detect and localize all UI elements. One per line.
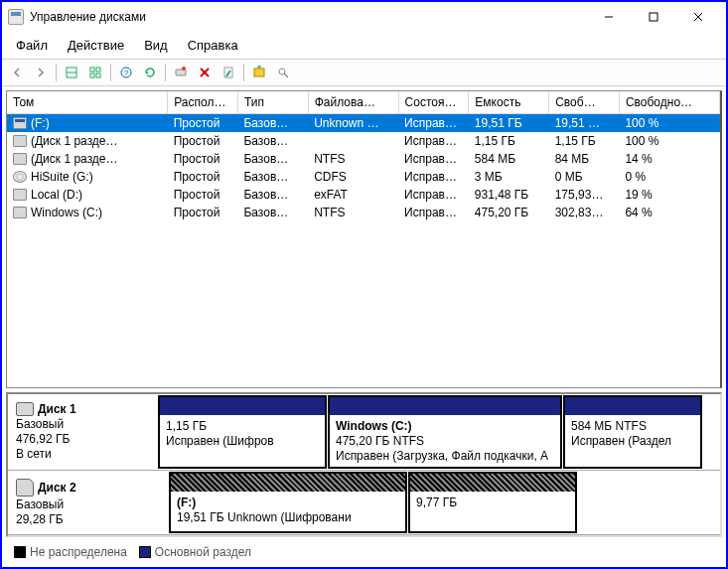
volume-free: 0 МБ	[549, 168, 620, 186]
volume-type: Базов…	[237, 150, 308, 168]
menu-action[interactable]: Действие	[62, 36, 130, 55]
partition-line2: 1,15 ГБ	[166, 419, 319, 433]
legend-unallocated: Не распределена	[14, 545, 127, 559]
properties-button[interactable]	[218, 62, 239, 83]
svg-rect-7	[96, 68, 100, 71]
help-button[interactable]: ?	[115, 62, 137, 83]
partition-bar	[565, 397, 700, 415]
volume-state: Исправ…	[398, 186, 469, 204]
menu-view[interactable]: Вид	[138, 36, 174, 55]
col-freepct[interactable]: Свободно…	[619, 91, 719, 114]
svg-rect-6	[90, 68, 94, 71]
col-volume[interactable]: Том	[7, 91, 168, 114]
volume-fs: NTFS	[308, 150, 398, 168]
delete-button[interactable]	[194, 62, 216, 83]
volume-state: Исправ…	[398, 168, 469, 186]
volume-state: Исправ…	[398, 204, 469, 221]
volume-free: 302,83…	[549, 204, 620, 221]
maximize-button[interactable]	[631, 3, 675, 31]
toolbar-separator	[165, 64, 166, 81]
partition[interactable]: 1,15 ГБИсправен (Шифров	[158, 395, 327, 469]
partition-line2: 19,51 ГБ Unknown (Шифровани	[177, 510, 399, 524]
toolbar-separator	[56, 64, 57, 81]
unallocated-space[interactable]	[158, 472, 168, 533]
volume-type: Базов…	[237, 168, 308, 186]
partition-bar	[171, 474, 405, 492]
partition-title: (F:)	[177, 496, 399, 509]
volume-pct: 14 %	[619, 150, 719, 168]
legend-primary: Основной раздел	[139, 545, 251, 559]
disk-row: Диск 1Базовый476,92 ГБВ сети1,15 ГБИспра…	[8, 394, 720, 471]
toolbar-separator	[243, 64, 244, 81]
col-state[interactable]: Состоя…	[398, 91, 469, 114]
partition[interactable]: (F:)19,51 ГБ Unknown (Шифровани	[169, 472, 407, 533]
window-controls	[586, 3, 720, 31]
volume-free: 84 МБ	[549, 150, 620, 168]
volume-capacity: 475,20 ГБ	[469, 204, 549, 221]
partition-title: Windows (C:)	[336, 419, 554, 433]
partition[interactable]: 584 МБ NTFSИсправен (Раздел	[563, 395, 702, 469]
volume-name: Windows (C:)	[31, 206, 102, 219]
volume-fs: Unknown …	[308, 114, 398, 133]
volume-row[interactable]: (Диск 1 разде…ПростойБазов…Исправ…1,15 Г…	[7, 132, 720, 150]
svg-rect-8	[90, 73, 94, 77]
col-free[interactable]: Своб…	[549, 91, 620, 114]
volume-row[interactable]: Windows (C:)ПростойБазов…NTFSИсправ…475,…	[7, 204, 720, 221]
disk-management-window: Управление дисками Файл Действие Вид Спр…	[0, 0, 728, 569]
partition-line2: 9,77 ГБ	[416, 496, 569, 509]
toolbar-separator	[110, 64, 111, 81]
rescan-button[interactable]	[170, 62, 192, 83]
svg-line-19	[284, 73, 288, 77]
disk-diagram-pane[interactable]: Диск 1Базовый476,92 ГБВ сети1,15 ГБИспра…	[6, 392, 722, 537]
volume-state: Исправ…	[398, 132, 469, 150]
action2-button[interactable]	[272, 62, 294, 83]
volume-state: Исправ…	[398, 114, 469, 133]
volume-type: Базов…	[237, 186, 308, 204]
svg-rect-9	[96, 73, 100, 77]
partition-bar	[160, 397, 325, 415]
volume-pct: 100 %	[619, 132, 719, 150]
volume-name: (F:)	[31, 116, 50, 130]
col-capacity[interactable]: Емкость	[469, 91, 549, 114]
forward-button[interactable]	[30, 62, 52, 83]
disk-row: Диск 2Базовый29,28 ГБ(F:)19,51 ГБ Unknow…	[8, 471, 720, 535]
volume-capacity: 931,48 ГБ	[469, 186, 549, 204]
view-grid-button[interactable]	[84, 62, 106, 83]
disk-icon	[16, 402, 34, 416]
volume-pct: 100 %	[619, 114, 719, 133]
svg-point-13	[182, 67, 186, 71]
volume-pct: 64 %	[619, 204, 719, 221]
menu-file[interactable]: Файл	[10, 36, 54, 55]
volume-row[interactable]: (F:)ПростойБазов…Unknown …Исправ…19,51 Г…	[7, 114, 720, 133]
volume-row[interactable]: Local (D:)ПростойБазов…exFATИсправ…931,4…	[7, 186, 720, 204]
action1-button[interactable]	[248, 62, 270, 83]
volume-capacity: 19,51 ГБ	[469, 114, 549, 133]
partition[interactable]: Windows (C:)475,20 ГБ NTFSИсправен (Загр…	[328, 395, 562, 469]
volume-name: HiSuite (G:)	[31, 170, 93, 184]
volume-free: 1,15 ГБ	[549, 132, 620, 150]
back-button[interactable]	[6, 62, 28, 83]
menu-help[interactable]: Справка	[182, 36, 244, 55]
volume-capacity: 1,15 ГБ	[469, 132, 549, 150]
col-type[interactable]: Тип	[237, 91, 308, 114]
minimize-button[interactable]	[586, 3, 631, 31]
col-layout[interactable]: Распол…	[168, 91, 238, 114]
legend-unalloc-label: Не распределена	[30, 545, 127, 559]
volume-capacity: 584 МБ	[469, 150, 549, 168]
volume-row[interactable]: HiSuite (G:)ПростойБазов…CDFSИсправ…3 МБ…	[7, 168, 720, 186]
partition[interactable]: 9,77 ГБ	[408, 472, 577, 533]
col-filesystem[interactable]: Файлова…	[308, 91, 398, 114]
menubar: Файл Действие Вид Справка	[2, 32, 726, 59]
partition-line2: 475,20 ГБ NTFS	[336, 434, 554, 448]
close-button[interactable]	[675, 3, 720, 31]
partition-body: 9,77 ГБ	[410, 492, 575, 513]
volume-icon	[13, 171, 27, 183]
volume-list-pane[interactable]: Том Распол… Тип Файлова… Состоя… Емкость…	[6, 90, 722, 388]
volume-layout: Простой	[168, 114, 238, 133]
volume-row[interactable]: (Диск 1 разде…ПростойБазов…NTFSИсправ…58…	[7, 150, 720, 168]
refresh-button[interactable]	[139, 62, 161, 83]
volume-layout: Простой	[168, 132, 238, 150]
view-list-button[interactable]	[61, 62, 82, 83]
volume-icon	[13, 189, 27, 201]
svg-text:?: ?	[124, 69, 129, 77]
